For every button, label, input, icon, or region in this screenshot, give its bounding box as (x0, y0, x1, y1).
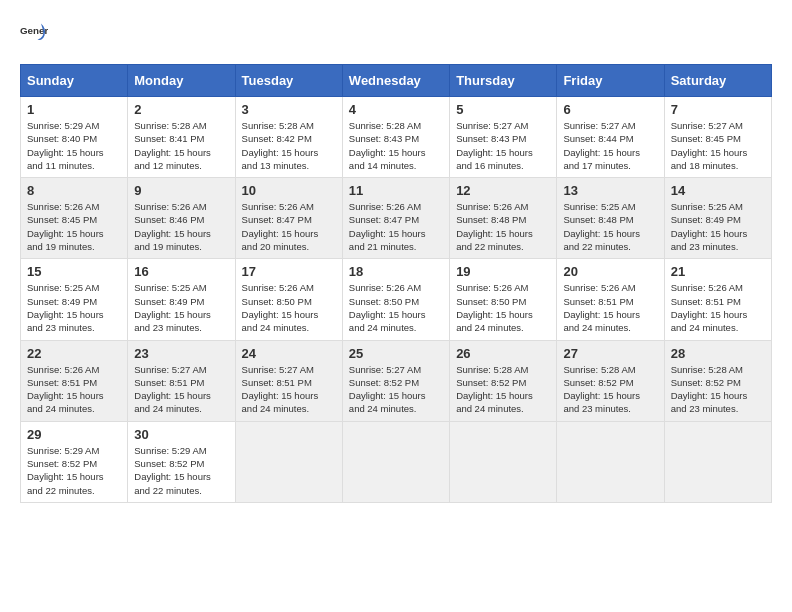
table-row: 15Sunrise: 5:25 AM Sunset: 8:49 PM Dayli… (21, 259, 128, 340)
header-row: Sunday Monday Tuesday Wednesday Thursday… (21, 65, 772, 97)
calendar-week-3: 15Sunrise: 5:25 AM Sunset: 8:49 PM Dayli… (21, 259, 772, 340)
table-row: 26Sunrise: 5:28 AM Sunset: 8:52 PM Dayli… (450, 340, 557, 421)
table-row: 8Sunrise: 5:26 AM Sunset: 8:45 PM Daylig… (21, 178, 128, 259)
logo-icon: General (20, 20, 48, 48)
table-row: 24Sunrise: 5:27 AM Sunset: 8:51 PM Dayli… (235, 340, 342, 421)
col-monday: Monday (128, 65, 235, 97)
calendar-week-4: 22Sunrise: 5:26 AM Sunset: 8:51 PM Dayli… (21, 340, 772, 421)
table-row: 22Sunrise: 5:26 AM Sunset: 8:51 PM Dayli… (21, 340, 128, 421)
table-row: 13Sunrise: 5:25 AM Sunset: 8:48 PM Dayli… (557, 178, 664, 259)
calendar-table: Sunday Monday Tuesday Wednesday Thursday… (20, 64, 772, 503)
page-header: General (20, 20, 772, 48)
calendar-week-2: 8Sunrise: 5:26 AM Sunset: 8:45 PM Daylig… (21, 178, 772, 259)
table-row: 17Sunrise: 5:26 AM Sunset: 8:50 PM Dayli… (235, 259, 342, 340)
table-row: 2Sunrise: 5:28 AM Sunset: 8:41 PM Daylig… (128, 97, 235, 178)
table-row: 27Sunrise: 5:28 AM Sunset: 8:52 PM Dayli… (557, 340, 664, 421)
calendar-week-5: 29Sunrise: 5:29 AM Sunset: 8:52 PM Dayli… (21, 421, 772, 502)
col-wednesday: Wednesday (342, 65, 449, 97)
col-thursday: Thursday (450, 65, 557, 97)
table-row (235, 421, 342, 502)
col-tuesday: Tuesday (235, 65, 342, 97)
table-row: 21Sunrise: 5:26 AM Sunset: 8:51 PM Dayli… (664, 259, 771, 340)
table-row: 3Sunrise: 5:28 AM Sunset: 8:42 PM Daylig… (235, 97, 342, 178)
table-row: 30Sunrise: 5:29 AM Sunset: 8:52 PM Dayli… (128, 421, 235, 502)
table-row (557, 421, 664, 502)
table-row: 12Sunrise: 5:26 AM Sunset: 8:48 PM Dayli… (450, 178, 557, 259)
table-row: 1Sunrise: 5:29 AM Sunset: 8:40 PM Daylig… (21, 97, 128, 178)
calendar-week-1: 1Sunrise: 5:29 AM Sunset: 8:40 PM Daylig… (21, 97, 772, 178)
table-row: 23Sunrise: 5:27 AM Sunset: 8:51 PM Dayli… (128, 340, 235, 421)
col-saturday: Saturday (664, 65, 771, 97)
table-row: 14Sunrise: 5:25 AM Sunset: 8:49 PM Dayli… (664, 178, 771, 259)
table-row: 18Sunrise: 5:26 AM Sunset: 8:50 PM Dayli… (342, 259, 449, 340)
table-row: 10Sunrise: 5:26 AM Sunset: 8:47 PM Dayli… (235, 178, 342, 259)
col-friday: Friday (557, 65, 664, 97)
table-row: 9Sunrise: 5:26 AM Sunset: 8:46 PM Daylig… (128, 178, 235, 259)
logo: General (20, 20, 54, 48)
col-sunday: Sunday (21, 65, 128, 97)
table-row: 16Sunrise: 5:25 AM Sunset: 8:49 PM Dayli… (128, 259, 235, 340)
table-row: 6Sunrise: 5:27 AM Sunset: 8:44 PM Daylig… (557, 97, 664, 178)
table-row: 7Sunrise: 5:27 AM Sunset: 8:45 PM Daylig… (664, 97, 771, 178)
table-row: 5Sunrise: 5:27 AM Sunset: 8:43 PM Daylig… (450, 97, 557, 178)
table-row: 19Sunrise: 5:26 AM Sunset: 8:50 PM Dayli… (450, 259, 557, 340)
table-row: 28Sunrise: 5:28 AM Sunset: 8:52 PM Dayli… (664, 340, 771, 421)
table-row: 4Sunrise: 5:28 AM Sunset: 8:43 PM Daylig… (342, 97, 449, 178)
table-row: 29Sunrise: 5:29 AM Sunset: 8:52 PM Dayli… (21, 421, 128, 502)
table-row: 25Sunrise: 5:27 AM Sunset: 8:52 PM Dayli… (342, 340, 449, 421)
table-row: 11Sunrise: 5:26 AM Sunset: 8:47 PM Dayli… (342, 178, 449, 259)
table-row: 20Sunrise: 5:26 AM Sunset: 8:51 PM Dayli… (557, 259, 664, 340)
table-row (450, 421, 557, 502)
table-row (342, 421, 449, 502)
table-row (664, 421, 771, 502)
